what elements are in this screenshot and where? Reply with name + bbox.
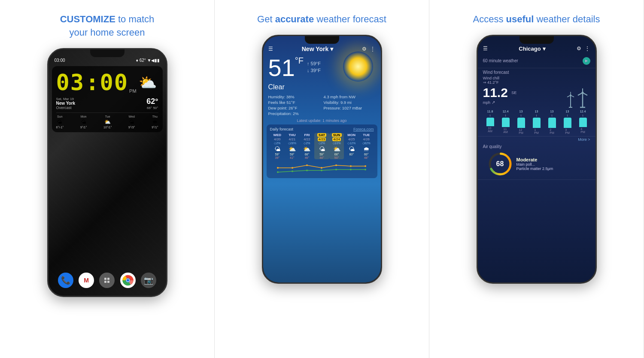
update-time: Latest update: 1 minutes ago [268, 118, 376, 123]
sun-graphic [343, 52, 373, 82]
screen2-main: 51 °F ↑ 59°F ↓ 39°F Clear Humidity: 38% … [263, 56, 381, 123]
aqi-number: 68 [496, 160, 504, 168]
chicago-city: Chicago [519, 46, 541, 52]
air-quality-section: Air quality [478, 143, 595, 180]
apps-icon[interactable] [99, 273, 115, 288]
temp-high: ↑ 59°F [307, 61, 321, 66]
play-button[interactable]: ▶ [583, 57, 590, 65]
minute-weather-section: 60 minute weather ▶ [478, 55, 595, 68]
aqi-particle: Particle matter 2.5µm [516, 167, 553, 171]
forecast-day-wed: Wed 🌤 9°/3° [128, 115, 135, 129]
title-bold: CUSTOMIZE [60, 14, 115, 24]
more-icon-3: ⋮ [585, 46, 590, 52]
phone-notch-3 [519, 36, 554, 44]
svg-point-12 [292, 170, 293, 172]
svg-point-7 [321, 167, 322, 169]
humidity: Humidity: 38% [268, 94, 320, 99]
gmail-app-icon[interactable]: M [79, 273, 94, 288]
feels-like: Feels like 51°F [268, 100, 320, 105]
phone-frame-2: ☰ New York ▾ ⚙ ⋮ 51 °F [262, 35, 382, 284]
widget-temp-range: 66° 50° [146, 106, 158, 110]
chrome-app-icon[interactable] [120, 273, 136, 288]
forecast-sun: SUN 4/24 ◇10% ⛅ 66° 50° [329, 133, 344, 159]
phone-screen-2: ☰ New York ▾ ⚙ ⋮ 51 °F [263, 36, 381, 282]
forecast-day-sun: Sun 🌤 6°/-1° [56, 115, 64, 129]
wind-forecast-section: Wind forecast Wind chill ⇒ 41.2°F 11.2 S… [478, 68, 595, 137]
menu-icon-3: ☰ [483, 46, 488, 52]
wind-chill: Wind chill ⇒ 41.2°F [483, 76, 590, 85]
temp-low: ↓ 39°F [307, 68, 321, 73]
wind-forecast-title: Wind forecast [483, 70, 590, 75]
wind-turbines [565, 88, 589, 108]
more-link[interactable]: More > [478, 137, 595, 143]
phone-notch-1 [90, 49, 125, 57]
settings-icon: ⚙ [362, 46, 367, 52]
condition: Clear [268, 83, 376, 91]
phone-frame-1: 03:00 ♦ 62° ▼◀▮▮ 03 : 00 PM ⛅ [47, 48, 167, 297]
forecast-day-thu: Thu 🌧 9°/1° [152, 115, 158, 129]
current-temp: 51 [268, 56, 295, 80]
widget-weather-icon: ⛅ [139, 74, 157, 91]
forecast-cols: WED 4/20 ◇2% 🌤 59° 39° THU 4/21 ◇28% [270, 133, 374, 159]
panel-forecast: Get accurate weather forecast ☰ New York… [215, 0, 429, 358]
svg-line-23 [571, 95, 574, 97]
widget-minute: 00 [100, 71, 128, 94]
screen3-city: Chicago ▾ [519, 46, 545, 52]
air-quality-content: 68 Moderate Main poll... Particle matter… [483, 150, 590, 178]
weather-widget: 03 : 00 PM ⛅ Sat, Mar 19 New York [52, 66, 163, 132]
widget-hour: 03 [56, 71, 85, 94]
wind-bar-2pm: 13 ↓ 2PM [545, 110, 559, 134]
svg-point-4 [277, 167, 279, 169]
camera-app-icon[interactable]: 📷 [141, 273, 156, 288]
svg-point-13 [306, 170, 308, 171]
phone-app-icon[interactable]: 📞 [58, 273, 73, 288]
forecast-day-mon: Mon 🌤 9°/1° [80, 115, 87, 129]
panel1-title: CUSTOMIZE to matchyour home screen [60, 13, 155, 39]
forecast-link[interactable]: Foreca.com [353, 127, 374, 131]
widget-ampm: PM [129, 88, 137, 94]
svg-point-5 [292, 167, 293, 169]
air-quality-label: Air quality [483, 144, 502, 149]
screen1: 03:00 ♦ 62° ▼◀▮▮ 03 : 00 PM ⛅ [49, 49, 166, 296]
forecast-sat: SAT 4/23 ◇2% 🌤 59° 44° [314, 133, 329, 159]
dew-point: Dew point: 26°F [268, 106, 320, 110]
panel-customize: CUSTOMIZE to matchyour home screen 03:00… [0, 0, 215, 358]
wind-forecast-label: Wind forecast [483, 70, 509, 75]
wind-bar-11am: 12.4 ↓ 11AM [498, 110, 513, 134]
aqi-sub: Main poll... [516, 162, 553, 167]
forecast-tue: TUE 4/26 ◇82% 🌧 60° 48° [359, 133, 374, 159]
visibility: Visibility: 9.9 mi [324, 100, 376, 105]
phone-screen-1: 03:00 ♦ 62° ▼◀▮▮ 03 : 00 PM ⛅ [49, 49, 166, 296]
svg-point-3 [127, 279, 129, 282]
svg-point-17 [365, 169, 366, 170]
svg-line-22 [567, 95, 571, 97]
screen2-city: New York ▾ [302, 46, 334, 52]
forecast-section: Daily forecast Foreca.com WED 4/20 ◇2% 🌤… [267, 124, 377, 178]
svg-point-6 [306, 164, 308, 166]
precipitation: Precipitation: 2% [268, 111, 320, 116]
forecast-fri: FRI 4/22 ◇2% ⛅ 66° 46° [300, 133, 315, 159]
widget-city: New York [56, 101, 76, 106]
air-quality-title: Air quality [483, 144, 590, 149]
wind: 4.3 mph from NW [324, 94, 376, 99]
forecast-thu: THU 4/21 ◇28% ⛅ 59° 41° [285, 133, 300, 159]
wind-chill-label: Wind chill [483, 76, 500, 80]
wind-bars-row: 11.8 ↓ 10AM 12.4 ↓ 11AM 13 [483, 110, 590, 134]
widget-condition: Overcast [56, 106, 76, 110]
screen3: ☰ Chicago ▾ ⚙ ⋮ 60 minute weather ▶ [478, 36, 595, 282]
forecast-wed: WED 4/20 ◇2% 🌤 59° 39° [270, 133, 285, 159]
widget-info-row: Sat, Mar 19 New York Overcast 62° 66° 50… [56, 97, 158, 110]
phone-frame-3: ☰ Chicago ▾ ⚙ ⋮ 60 minute weather ▶ [477, 35, 597, 284]
wind-bar-3pm: 13 ↓ 3PM [560, 110, 575, 134]
minute-weather-label: 60 minute weather [483, 58, 518, 63]
svg-point-8 [335, 164, 337, 166]
wind-speed: 11.2 [483, 85, 508, 100]
wind-bar-12pm: 13 ↓ 12PM [514, 110, 529, 134]
temp-unit: °F [295, 56, 304, 66]
widget-forecast-row: Sun 🌤 6°/-1° Mon 🌤 9°/1° Tue [56, 112, 158, 129]
forecast-header: Daily forecast Foreca.com [270, 127, 374, 131]
svg-line-28 [578, 93, 583, 95]
aqi-label: Moderate [516, 157, 553, 162]
phone-screen-3: ☰ Chicago ▾ ⚙ ⋮ 60 minute weather ▶ [478, 36, 595, 282]
forecast-day-tue: Tue ⛅ 10°/1° [103, 115, 112, 129]
